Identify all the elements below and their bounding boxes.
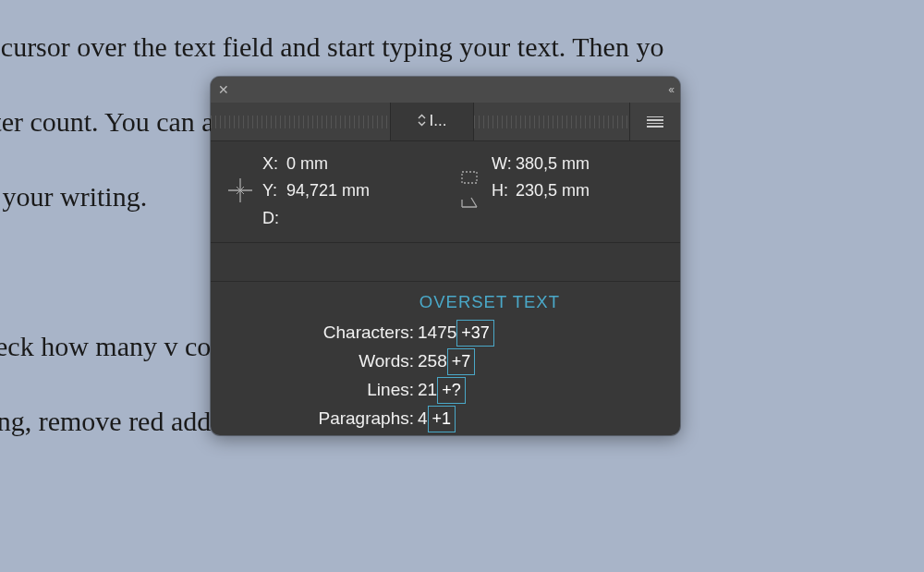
close-icon[interactable]: ✕ bbox=[218, 81, 229, 99]
paragraphs-overset: +1 bbox=[428, 406, 456, 432]
panel-tabs: I... bbox=[211, 103, 680, 141]
reference-point-icon[interactable] bbox=[227, 163, 253, 218]
angle-value[interactable] bbox=[492, 207, 590, 229]
hamburger-icon bbox=[647, 116, 663, 128]
lines-overset: +? bbox=[437, 377, 466, 404]
svg-rect-4 bbox=[462, 172, 477, 183]
characters-overset: +37 bbox=[456, 320, 494, 347]
characters-stat: Characters: 1475 +37 bbox=[303, 320, 494, 347]
transform-section: X:0 mm Y:94,721 mm D: W:380,5 mm H:230,5… bbox=[211, 141, 680, 243]
tab-hidden-right[interactable] bbox=[474, 103, 630, 140]
tab-info[interactable]: I... bbox=[391, 103, 474, 140]
overset-text-label: OVERSET TEXT bbox=[211, 291, 660, 314]
expand-collapse-icon[interactable] bbox=[418, 114, 426, 130]
width-value[interactable]: W:380,5 mm bbox=[492, 152, 590, 175]
height-value[interactable]: H:230,5 mm bbox=[492, 179, 590, 201]
dimensions-icon[interactable] bbox=[456, 163, 482, 218]
tab-hidden-left[interactable] bbox=[211, 103, 391, 140]
tab-label: I... bbox=[430, 111, 447, 132]
info-panel: ✕ ‹‹ I... bbox=[211, 77, 680, 435]
words-stat: Words: 258 +7 bbox=[303, 348, 475, 375]
paragraphs-stat: Paragraphs: 4 +1 bbox=[303, 406, 456, 432]
y-position[interactable]: Y:94,721 mm bbox=[262, 179, 370, 201]
collapse-icon[interactable]: ‹‹ bbox=[668, 81, 673, 98]
words-overset: +7 bbox=[447, 348, 476, 375]
x-position[interactable]: X:0 mm bbox=[262, 152, 370, 175]
panel-titlebar[interactable]: ✕ ‹‹ bbox=[211, 77, 680, 103]
d-value[interactable]: D: bbox=[262, 207, 370, 229]
text-stats-section: OVERSET TEXT Characters: 1475 +37 Words:… bbox=[211, 282, 680, 432]
empty-section bbox=[211, 243, 680, 282]
lines-stat: Lines: 21 +? bbox=[303, 377, 466, 404]
panel-menu-button[interactable] bbox=[630, 103, 680, 140]
